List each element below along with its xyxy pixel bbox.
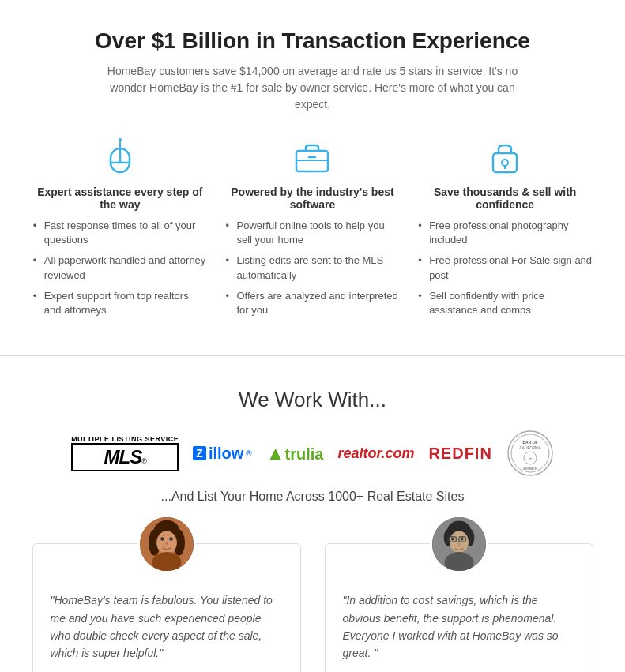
feature-save-list: Free professional photography included F… — [418, 219, 592, 317]
svg-point-4 — [119, 138, 122, 141]
feature-expert-assistance: Expert assistance every step of the way … — [33, 137, 207, 324]
mls-logo: MULTIPLE LISTING SERVICE MLS® — [71, 436, 179, 471]
feature-save-heading: Save thousands & sell with confidence — [418, 186, 592, 211]
trulia-name: trulia — [284, 445, 323, 463]
seal-logo: BAR OF CALIFORNIA ⚖ MEMBER — [506, 430, 554, 477]
redfin-text: REDFIN — [428, 445, 491, 463]
section-divider — [0, 355, 625, 356]
mls-text: MLS® — [71, 443, 179, 471]
trulia-text: ▲trulia — [266, 442, 324, 464]
nadia-quote: "In addition to cost savings, which is t… — [343, 591, 575, 663]
features-grid: Expert assistance every step of the way … — [32, 137, 593, 324]
svg-point-37 — [450, 538, 454, 541]
feature-expert-heading: Expert assistance every step of the way — [33, 186, 207, 211]
realtor-text: realtor.com — [337, 445, 414, 462]
partners-section: We Work With... MULTIPLE LISTING SERVICE… — [0, 364, 625, 520]
feature-best-software: Powered by the industry's best software … — [225, 137, 399, 324]
svg-point-24 — [169, 537, 173, 541]
zillow-name: illow — [209, 445, 243, 463]
nadia-avatar — [430, 515, 488, 573]
realtor-logo: realtor.com — [337, 445, 414, 462]
svg-point-25 — [165, 542, 168, 545]
testimonials-section: "HomeBay's team is fabulous. You listene… — [0, 520, 625, 672]
realtor-name: realtor.com — [337, 445, 414, 461]
list-item: Free professional photography included — [418, 219, 592, 247]
list-item: Fast response times to all of your quest… — [33, 219, 207, 247]
list-item: Offers are analyzed and interpreted for … — [225, 289, 399, 317]
experience-section: Over $1 Billion in Transaction Experienc… — [0, 0, 625, 347]
feature-software-list: Powerful online tools to help you sell y… — [225, 219, 399, 317]
svg-text:CALIFORNIA: CALIFORNIA — [519, 446, 540, 450]
zillow-logo: Z illow® — [193, 445, 251, 463]
list-item: Free professional For Sale sign and post — [418, 253, 592, 282]
partners-heading: We Work With... — [32, 388, 593, 412]
redfin-logo: REDFIN — [428, 445, 491, 463]
svg-text:BAR OF: BAR OF — [522, 440, 537, 445]
partners-tagline: ...And List Your Home Across 1000+ Real … — [32, 490, 593, 504]
list-item: All paperwork handled and attorney revie… — [33, 253, 207, 282]
mls-label-top: MULTIPLE LISTING SERVICE — [71, 436, 179, 443]
svg-point-39 — [457, 542, 460, 546]
experience-title: Over $1 Billion in Transaction Experienc… — [32, 28, 593, 54]
svg-text:⚖: ⚖ — [529, 456, 533, 461]
briefcase-icon — [225, 137, 399, 178]
svg-point-23 — [160, 537, 164, 541]
zillow-z-icon: Z — [193, 446, 206, 460]
lock-icon — [418, 137, 592, 178]
list-item: Sell confidently with price assistance a… — [418, 289, 592, 317]
maureen-quote: "HomeBay's team is fabulous. You listene… — [51, 591, 283, 663]
list-item: Listing edits are sent to the MLS automa… — [225, 253, 399, 282]
zillow-trademark: ® — [246, 449, 251, 458]
trulia-logo: ▲trulia — [266, 442, 324, 464]
feature-software-heading: Powered by the industry's best software — [225, 186, 399, 211]
experience-subtitle: HomeBay customers save $14,000 on averag… — [107, 63, 518, 113]
svg-text:MEMBER: MEMBER — [523, 467, 537, 471]
svg-point-9 — [502, 160, 508, 166]
svg-point-38 — [460, 538, 463, 541]
list-item: Expert support from top realtors and att… — [33, 289, 207, 317]
trulia-leaf-icon: ▲ — [266, 442, 285, 464]
list-item: Powerful online tools to help you sell y… — [225, 219, 399, 247]
feature-expert-list: Fast response times to all of your quest… — [33, 219, 207, 317]
svg-rect-8 — [493, 153, 517, 172]
partner-logos-row: MULTIPLE LISTING SERVICE MLS® Z illow® ▲… — [32, 430, 593, 477]
testimonial-card-nadia: "In addition to cost savings, which is t… — [325, 543, 593, 672]
mouse-icon — [33, 137, 207, 178]
feature-save-thousands: Save thousands & sell with confidence Fr… — [418, 137, 592, 324]
testimonial-card-maureen: "HomeBay's team is fabulous. You listene… — [32, 543, 301, 672]
zillow-text: Z illow® — [193, 445, 251, 463]
maureen-avatar — [137, 515, 196, 573]
